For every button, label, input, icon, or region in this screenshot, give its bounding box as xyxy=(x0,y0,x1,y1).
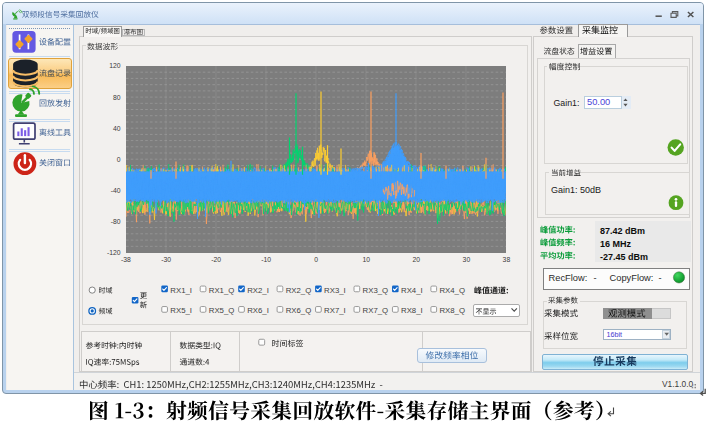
svg-text:-120: -120 xyxy=(107,249,121,256)
svg-text:Gain1: 50dB: Gain1: 50dB xyxy=(551,185,601,195)
svg-text:-40: -40 xyxy=(111,187,121,194)
svg-text:RX5_Q: RX5_Q xyxy=(209,306,235,315)
svg-text:30: 30 xyxy=(463,256,471,263)
svg-text:40: 40 xyxy=(113,125,121,132)
svg-text:RX1_I: RX1_I xyxy=(170,286,192,295)
svg-text:16bit: 16bit xyxy=(607,330,623,339)
svg-text:-30: -30 xyxy=(161,256,171,263)
svg-text:RX8_I: RX8_I xyxy=(401,306,423,315)
svg-text:50.00: 50.00 xyxy=(587,97,610,107)
svg-text:0: 0 xyxy=(117,156,121,163)
svg-text:16 MHz: 16 MHz xyxy=(600,239,632,249)
svg-text:RX6_Q: RX6_Q xyxy=(286,306,312,315)
svg-text:RecFlow:: RecFlow: xyxy=(549,273,588,283)
svg-text:CopyFlow:: CopyFlow: xyxy=(610,273,654,283)
svg-text:RX1_Q: RX1_Q xyxy=(209,286,235,295)
svg-text:V1.1.0.0: V1.1.0.0 xyxy=(662,379,694,389)
svg-text:10: 10 xyxy=(363,256,371,263)
svg-text:87.42 dBm: 87.42 dBm xyxy=(600,226,645,236)
svg-text:RX4_Q: RX4_Q xyxy=(439,286,465,295)
svg-text:RX8_Q: RX8_Q xyxy=(439,306,465,315)
svg-text:0: 0 xyxy=(314,256,318,263)
svg-text:-: - xyxy=(594,273,597,283)
svg-text:Gain1:: Gain1: xyxy=(554,98,580,108)
svg-text:-38: -38 xyxy=(121,256,131,263)
svg-text:RX7_Q: RX7_Q xyxy=(363,306,389,315)
svg-text:RX4_I: RX4_I xyxy=(401,286,423,295)
svg-text:RX6_I: RX6_I xyxy=(247,306,269,315)
svg-text:-80: -80 xyxy=(111,218,121,225)
svg-text:-: - xyxy=(659,273,662,283)
svg-text:-10: -10 xyxy=(261,256,271,263)
svg-text:RX7_I: RX7_I xyxy=(324,306,346,315)
svg-text:RX3_Q: RX3_Q xyxy=(363,286,389,295)
svg-text:20: 20 xyxy=(413,256,421,263)
svg-text:RX3_I: RX3_I xyxy=(324,286,346,295)
svg-text:-20: -20 xyxy=(211,256,221,263)
svg-text:80: 80 xyxy=(113,94,121,101)
svg-text:38: 38 xyxy=(503,256,511,263)
svg-text:RX2_Q: RX2_Q xyxy=(286,286,312,295)
svg-text:-27.45 dBm: -27.45 dBm xyxy=(600,252,648,262)
svg-text:120: 120 xyxy=(109,62,121,69)
svg-text:RX5_I: RX5_I xyxy=(170,306,192,315)
svg-text:RX2_I: RX2_I xyxy=(247,286,269,295)
